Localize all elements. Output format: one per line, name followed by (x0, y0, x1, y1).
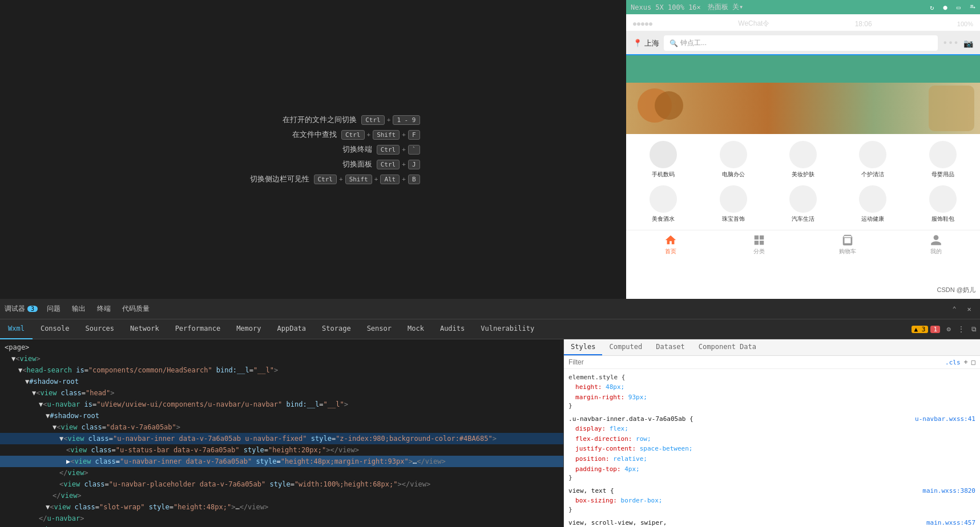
highlighted-navbar (626, 55, 980, 83)
key-separator: + (374, 176, 378, 183)
camera-icon[interactable]: 📷 (963, 39, 973, 48)
refresh-icon[interactable]: ↻ (930, 3, 934, 11)
shortcut-row: 在文件中查找Ctrl+Shift+F (234, 129, 420, 140)
add-style-button[interactable]: + (964, 358, 968, 366)
phone-toolbar: Nexus 5X 100% 16× 热面板 关▾ ↻ ● ▭ ⥱ (626, 0, 980, 14)
keyboard-key: ` (408, 145, 420, 155)
dom-line[interactable]: ▼#shadow-root (0, 376, 563, 387)
cat-item-jewelry[interactable]: 珠宝首饰 (700, 185, 765, 223)
tab-audits[interactable]: Audits (432, 319, 473, 339)
dom-line[interactable]: </view> (0, 524, 563, 527)
key-separator: + (402, 146, 406, 153)
dom-line[interactable]: ▼<u-navbar is="uView/uview-ui/components… (0, 399, 563, 410)
cat-item-baby[interactable]: 母婴用品 (910, 141, 975, 179)
record-icon[interactable]: ● (943, 3, 947, 11)
tab-sensor[interactable]: Sensor (359, 319, 400, 339)
cat-item-hygiene[interactable]: 个护清洁 (840, 141, 905, 179)
cls-button[interactable]: .cls (945, 359, 961, 366)
tab-memory[interactable]: Memory (228, 319, 269, 339)
device-frame-icon[interactable]: ▭ (957, 3, 961, 11)
cat-icon-phone (650, 141, 677, 168)
phone-preview-panel: Nexus 5X 100% 16× 热面板 关▾ ↻ ● ▭ ⥱ ●●●●● W… (626, 0, 980, 299)
dom-line[interactable]: ▼#shadow-root (0, 410, 563, 421)
dt-tab-terminal[interactable]: 终端 (92, 302, 115, 316)
dom-line[interactable]: ▼<view class="data-v-7a6a05ab"> (0, 421, 563, 433)
cat-item-auto[interactable]: 汽车生活 (771, 185, 836, 223)
dom-line[interactable]: ▼<head-search is="components/common/Head… (0, 364, 563, 376)
dt-collapse-icon[interactable]: ⌃ (948, 303, 961, 315)
dom-line[interactable]: ▼<view class="u-navbar-inner data-v-7a6a… (0, 433, 563, 444)
styles-tab-componentdata[interactable]: Component Data (692, 339, 763, 355)
nav-home[interactable]: 首页 (626, 234, 715, 256)
hotspot-label[interactable]: 热面板 关▾ (708, 2, 743, 12)
style-prop: flex-direction: row; (568, 434, 975, 444)
dom-line[interactable]: </view> (0, 490, 563, 501)
dt-tab-output[interactable]: 输出 (67, 302, 90, 316)
cat-icon-food (650, 185, 677, 213)
keyboard-key: J (408, 160, 420, 169)
location-display[interactable]: 📍 上海 (633, 38, 659, 48)
app-name: WeChat令 (738, 19, 769, 29)
expand-panel-icon[interactable]: ⧉ (967, 323, 980, 335)
tab-performance[interactable]: Performance (167, 319, 228, 339)
dom-line[interactable]: <page> (0, 342, 563, 353)
dom-line[interactable]: ▶<view class="u-navbar-inner data-v-7a6a… (0, 456, 563, 467)
dom-line[interactable]: ▼<view class="head"> (0, 387, 563, 399)
style-source-link[interactable]: u-navbar.wxss:41 (915, 415, 975, 424)
cat-item-sports[interactable]: 运动健康 (840, 185, 905, 223)
nav-category[interactable]: 分类 (715, 234, 803, 256)
tab-storage[interactable]: Storage (314, 319, 359, 339)
style-prop: justify-content: space-between; (568, 444, 975, 454)
tab-sources[interactable]: Sources (77, 319, 122, 339)
style-rule-view-text: view, text { main.wxss:3820 box-sizing: … (568, 487, 975, 513)
dom-line[interactable]: <view class="u-status-bar data-v-7a6a05a… (0, 444, 563, 456)
location-icon: 📍 (633, 39, 642, 47)
key-separator: + (402, 131, 406, 139)
bottom-split: <page>▼<view>▼<head-search is="component… (0, 339, 980, 527)
nav-mine[interactable]: 我的 (892, 234, 980, 256)
tab-mock[interactable]: Mock (400, 319, 432, 339)
expand-icon[interactable]: ⥱ (970, 3, 975, 11)
search-bar[interactable]: 🔍 钟点工... (664, 35, 938, 51)
dom-line[interactable]: ▼<view> (0, 353, 563, 364)
styles-filter-input[interactable] (568, 358, 943, 366)
style-source-link[interactable]: main.wxss:457 (926, 519, 975, 527)
dom-line[interactable]: </u-navbar> (0, 513, 563, 524)
tab-console[interactable]: Console (33, 319, 78, 339)
location-text: 上海 (644, 38, 659, 48)
more-icon[interactable]: ••• (942, 38, 959, 48)
cat-item-phone[interactable]: 手机数码 (631, 141, 696, 179)
style-selector: element.style { (568, 374, 975, 381)
inspect-icon[interactable]: □ (971, 358, 975, 366)
keyboard-key: F (408, 130, 420, 140)
cat-item-fashion[interactable]: 服饰鞋包 (910, 185, 975, 223)
style-prop: height: 48px; (568, 382, 975, 392)
cat-item-beauty[interactable]: 美妆护肤 (771, 141, 836, 179)
dom-line[interactable]: ▼<view class="slot-wrap" style="height:4… (0, 501, 563, 513)
settings-icon[interactable]: ⚙ (942, 323, 955, 335)
tab-wxml[interactable]: Wxml (0, 319, 33, 339)
shortcut-keys: Ctrl+J (377, 160, 420, 169)
phone-status-bar: ●●●●● WeChat令 18:06 100% (626, 14, 980, 31)
cat-icon-jewelry (720, 185, 747, 213)
keyboard-key: Ctrl (341, 130, 365, 140)
cat-item-computer[interactable]: 电脑办公 (700, 141, 765, 179)
styles-tab-computed[interactable]: Computed (602, 339, 649, 355)
styles-tab-dataset[interactable]: Dataset (649, 339, 692, 355)
style-selector: view, text { (568, 487, 614, 494)
dom-line[interactable]: </view> (0, 467, 563, 479)
dt-tab-codequality[interactable]: 代码质量 (118, 302, 154, 316)
tab-network[interactable]: Network (122, 319, 167, 339)
key-separator: + (402, 161, 406, 168)
styles-tab-styles[interactable]: Styles (564, 339, 602, 355)
dt-tab-issues[interactable]: 问题 (42, 302, 65, 316)
header-icons: ••• 📷 (942, 38, 973, 48)
dom-line[interactable]: <view class="u-navbar-placeholder data-v… (0, 479, 563, 490)
cat-item-food[interactable]: 美食酒水 (631, 185, 696, 223)
tab-appdata[interactable]: AppData (269, 319, 314, 339)
dotmenu-icon[interactable]: ⋮ (955, 323, 967, 335)
dt-close-icon[interactable]: ✕ (963, 303, 975, 315)
tab-vulnerability[interactable]: Vulnerability (473, 319, 542, 339)
nav-cart[interactable]: 购物车 (803, 234, 892, 256)
style-source-link[interactable]: main.wxss:3820 (922, 487, 975, 496)
